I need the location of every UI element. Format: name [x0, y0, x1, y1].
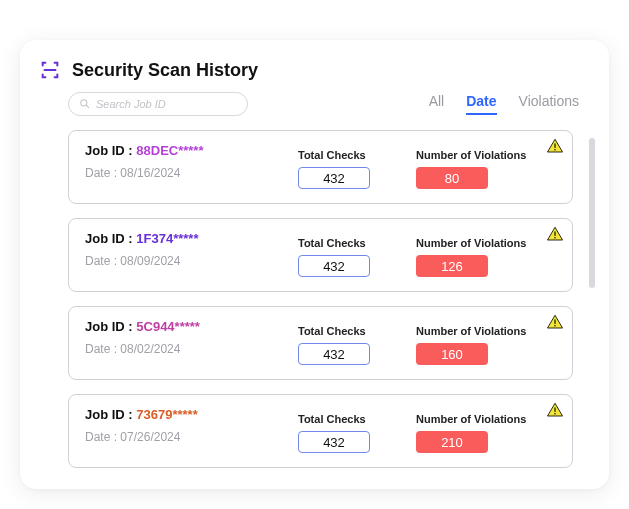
jobid-label: Job ID : — [85, 407, 136, 422]
violations-col: Number of Violations 160 — [416, 325, 556, 365]
violations-col: Number of Violations 126 — [416, 237, 556, 277]
toolbar: All Date Violations — [20, 92, 609, 124]
scan-item[interactable]: Job ID : 88DEC***** Date : 08/16/2024 To… — [68, 130, 573, 204]
jobid-value: 73679***** — [136, 407, 197, 422]
violations-value: 160 — [416, 343, 488, 365]
scan-history-card: Security Scan History All Date Violation… — [20, 40, 609, 489]
date-line: Date : 08/09/2024 — [85, 254, 290, 268]
warning-icon — [546, 137, 564, 155]
date-value: 08/16/2024 — [120, 166, 180, 180]
warning-icon — [546, 401, 564, 419]
svg-point-10 — [554, 413, 556, 415]
total-checks-label: Total Checks — [298, 325, 366, 337]
violations-col: Number of Violations 210 — [416, 413, 556, 453]
scan-list-container: Job ID : 88DEC***** Date : 08/16/2024 To… — [20, 124, 609, 489]
scan-item[interactable]: Job ID : 73679***** Date : 07/26/2024 To… — [68, 394, 573, 468]
svg-point-6 — [554, 237, 556, 239]
svg-point-8 — [554, 325, 556, 327]
jobid-line: Job ID : 88DEC***** — [85, 143, 290, 158]
scan-item[interactable]: Job ID : 5C944***** Date : 08/02/2024 To… — [68, 306, 573, 380]
violations-value: 210 — [416, 431, 488, 453]
date-label: Date : — [85, 342, 120, 356]
total-checks-col: Total Checks 432 — [298, 325, 408, 365]
scan-list: Job ID : 88DEC***** Date : 08/16/2024 To… — [68, 130, 573, 468]
date-value: 08/09/2024 — [120, 254, 180, 268]
total-checks-value: 432 — [298, 343, 370, 365]
total-checks-value: 432 — [298, 431, 370, 453]
jobid-line: Job ID : 73679***** — [85, 407, 290, 422]
tab-all[interactable]: All — [429, 93, 445, 113]
violations-label: Number of Violations — [416, 325, 526, 337]
date-label: Date : — [85, 430, 120, 444]
total-checks-col: Total Checks 432 — [298, 237, 408, 277]
search-icon — [79, 95, 90, 113]
warning-icon — [546, 225, 564, 243]
page-title: Security Scan History — [72, 60, 258, 81]
date-line: Date : 08/02/2024 — [85, 342, 290, 356]
date-line: Date : 07/26/2024 — [85, 430, 290, 444]
violations-value: 80 — [416, 167, 488, 189]
search-input[interactable] — [96, 98, 237, 110]
date-value: 08/02/2024 — [120, 342, 180, 356]
tab-violations[interactable]: Violations — [519, 93, 579, 113]
violations-label: Number of Violations — [416, 237, 526, 249]
violations-col: Number of Violations 80 — [416, 149, 556, 189]
search-box[interactable] — [68, 92, 248, 116]
jobid-label: Job ID : — [85, 319, 136, 334]
jobid-value: 88DEC***** — [136, 143, 203, 158]
date-value: 07/26/2024 — [120, 430, 180, 444]
violations-value: 126 — [416, 255, 488, 277]
total-checks-value: 432 — [298, 167, 370, 189]
svg-point-4 — [554, 149, 556, 151]
violations-label: Number of Violations — [416, 149, 526, 161]
jobid-label: Job ID : — [85, 143, 136, 158]
jobid-label: Job ID : — [85, 231, 136, 246]
jobid-value: 5C944***** — [136, 319, 200, 334]
warning-icon — [546, 313, 564, 331]
svg-line-2 — [86, 105, 88, 107]
date-line: Date : 08/16/2024 — [85, 166, 290, 180]
jobid-line: Job ID : 1F374***** — [85, 231, 290, 246]
total-checks-label: Total Checks — [298, 413, 366, 425]
tab-date[interactable]: Date — [466, 93, 496, 115]
total-checks-label: Total Checks — [298, 237, 366, 249]
scrollbar-thumb[interactable] — [589, 138, 595, 288]
header: Security Scan History — [20, 40, 609, 92]
date-label: Date : — [85, 254, 120, 268]
filter-tabs: All Date Violations — [429, 93, 589, 115]
total-checks-col: Total Checks 432 — [298, 413, 408, 453]
total-checks-value: 432 — [298, 255, 370, 277]
total-checks-label: Total Checks — [298, 149, 366, 161]
scrollbar[interactable] — [589, 138, 595, 338]
date-label: Date : — [85, 166, 120, 180]
scan-item[interactable]: Job ID : 1F374***** Date : 08/09/2024 To… — [68, 218, 573, 292]
jobid-value: 1F374***** — [136, 231, 198, 246]
app-logo-icon — [38, 58, 62, 82]
violations-label: Number of Violations — [416, 413, 526, 425]
jobid-line: Job ID : 5C944***** — [85, 319, 290, 334]
total-checks-col: Total Checks 432 — [298, 149, 408, 189]
